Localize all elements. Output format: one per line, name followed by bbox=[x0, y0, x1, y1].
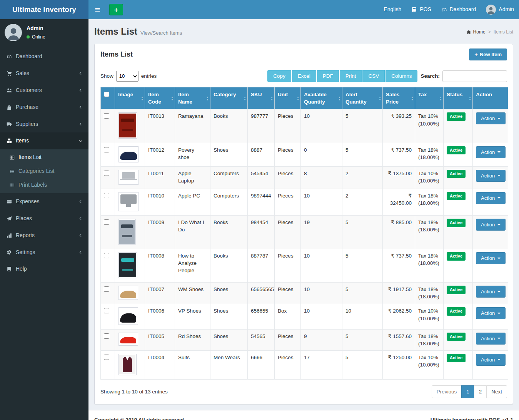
action-button[interactable]: Action bbox=[476, 112, 506, 124]
page-button-2[interactable]: 2 bbox=[474, 385, 487, 398]
tax-cell: Tax 18% (18.00%) bbox=[415, 329, 444, 350]
action-button[interactable]: Action bbox=[476, 286, 506, 298]
export-button-excel[interactable]: Excel bbox=[292, 70, 316, 82]
column-header-label: Category bbox=[214, 92, 236, 97]
action-button[interactable]: Action bbox=[476, 252, 506, 264]
column-header-label: SKU bbox=[251, 92, 262, 97]
select-all-checkbox[interactable] bbox=[104, 92, 109, 97]
user-name: Admin bbox=[27, 25, 45, 32]
row-checkbox[interactable] bbox=[104, 333, 109, 339]
column-header-label: Tax bbox=[418, 92, 427, 97]
item-image bbox=[118, 252, 137, 278]
action-button[interactable]: Action bbox=[476, 307, 506, 319]
sidebar-item-help[interactable]: Help bbox=[0, 261, 88, 278]
tax-cell: Tax 10% (10.00%) bbox=[415, 109, 444, 143]
row-checkbox[interactable] bbox=[104, 147, 109, 152]
sidebar-toggle-button[interactable] bbox=[88, 0, 106, 19]
chevron-left-icon bbox=[78, 199, 83, 204]
sidebar-subitem-categories-list[interactable]: Categories List bbox=[0, 164, 88, 178]
box-body: Show 10 entries CopyExcelPDFPrintCSVColu… bbox=[95, 65, 513, 404]
column-header-sku[interactable]: SKU▲▼ bbox=[248, 87, 275, 109]
export-button-print[interactable]: Print bbox=[340, 70, 362, 82]
row-checkbox[interactable] bbox=[104, 286, 109, 292]
action-button[interactable]: Action bbox=[476, 354, 506, 366]
action-button[interactable]: Action bbox=[476, 219, 506, 231]
category-cell: Computers bbox=[210, 166, 248, 189]
page-length-control: Show 10 entries bbox=[100, 71, 157, 82]
action-button[interactable]: Action bbox=[476, 333, 506, 345]
page-button-next[interactable]: Next bbox=[486, 385, 507, 398]
column-header-sales-price[interactable]: Sales Price▲▼ bbox=[383, 87, 415, 109]
column-header-item-name[interactable]: Item Name▲▼ bbox=[175, 87, 210, 109]
sidebar-item-dashboard[interactable]: Dashboard bbox=[0, 48, 88, 65]
help-icon bbox=[6, 266, 12, 272]
row-checkbox[interactable] bbox=[104, 171, 109, 176]
available-quantity-cell: 10 bbox=[301, 283, 342, 304]
sidebar-subitem-print-labels[interactable]: Print Labels bbox=[0, 178, 88, 192]
quick-add-button[interactable]: + bbox=[109, 4, 123, 15]
column-header-alert-quantity[interactable]: Alert Quantity▲▼ bbox=[342, 87, 383, 109]
export-button-csv[interactable]: CSV bbox=[362, 70, 385, 82]
row-checkbox[interactable] bbox=[104, 193, 109, 198]
item-image bbox=[118, 219, 136, 245]
sidebar-item-label: Settings bbox=[16, 249, 35, 256]
sidebar-item-settings[interactable]: Settings bbox=[0, 244, 88, 261]
list-icon bbox=[9, 169, 15, 174]
breadcrumb-home[interactable]: Home bbox=[466, 29, 486, 35]
action-button[interactable]: Action bbox=[476, 170, 506, 182]
sidebar-item-expenses[interactable]: Expenses bbox=[0, 193, 88, 210]
reports-icon bbox=[6, 233, 12, 238]
sidebar-item-sales[interactable]: Sales bbox=[0, 65, 88, 82]
table-row: IT0012 Povery shoe Shoes 8887 Pieces 0 5… bbox=[101, 143, 508, 166]
column-header-image[interactable]: Image▲▼ bbox=[115, 87, 145, 109]
category-cell: Shoes bbox=[210, 304, 248, 329]
row-checkbox[interactable] bbox=[104, 253, 109, 258]
sidebar-item-customers[interactable]: Customers bbox=[0, 82, 88, 99]
sidebar-item-reports[interactable]: Reports bbox=[0, 227, 88, 244]
action-button[interactable]: Action bbox=[476, 146, 506, 158]
page-length-select[interactable]: 10 bbox=[116, 71, 139, 82]
column-header-tax[interactable]: Tax▲▼ bbox=[415, 87, 444, 109]
category-cell: Shoes bbox=[210, 329, 248, 350]
column-header-status[interactable]: Status▲▼ bbox=[444, 87, 473, 109]
sort-icon: ▲▼ bbox=[469, 96, 471, 100]
sidebar-item-places[interactable]: Places bbox=[0, 210, 88, 227]
column-header-label: Item Code bbox=[148, 92, 161, 105]
sort-icon: ▲▼ bbox=[338, 96, 341, 100]
action-button[interactable]: Action bbox=[476, 192, 506, 204]
column-header-item-code[interactable]: Item Code▲▼ bbox=[145, 87, 175, 109]
search-input[interactable] bbox=[442, 70, 507, 82]
table-head-row: Image▲▼Item Code▲▼Item Name▲▼Category▲▼S… bbox=[101, 87, 508, 109]
category-cell: Shoes bbox=[210, 283, 248, 304]
navbar: + English POS Dashboard Admin bbox=[88, 0, 519, 19]
sidebar-item-suppliers[interactable]: Suppliers bbox=[0, 116, 88, 133]
row-checkbox[interactable] bbox=[104, 113, 109, 119]
nav-item-dashboard[interactable]: Dashboard bbox=[436, 0, 481, 19]
sort-icon: ▲▼ bbox=[297, 96, 299, 100]
export-button-copy[interactable]: Copy bbox=[267, 70, 291, 82]
box-title: Items List bbox=[100, 50, 133, 60]
column-header-available-quantity[interactable]: Available Quantity▲▼ bbox=[301, 87, 342, 109]
page-button-previous[interactable]: Previous bbox=[432, 385, 462, 398]
column-header-category[interactable]: Category▲▼ bbox=[210, 87, 248, 109]
row-checkbox[interactable] bbox=[104, 219, 109, 225]
copyright-text: Copyright © 2019 All rights reserved. bbox=[94, 416, 185, 420]
unit-cell: Pieces bbox=[275, 109, 301, 143]
sales-price-cell: ₹ 393.25 bbox=[383, 109, 415, 143]
sidebar-subitem-items-list[interactable]: Items List bbox=[0, 151, 88, 164]
sidebar-item-items[interactable]: Items bbox=[0, 132, 88, 149]
row-checkbox[interactable] bbox=[104, 355, 109, 360]
nav-item-english[interactable]: English bbox=[379, 0, 406, 19]
row-checkbox[interactable] bbox=[104, 308, 109, 313]
export-button-pdf[interactable]: PDF bbox=[317, 70, 339, 82]
nav-item-pos[interactable]: POS bbox=[406, 0, 436, 19]
new-item-button[interactable]: + New Item bbox=[469, 49, 507, 60]
column-header-unit[interactable]: Unit▲▼ bbox=[275, 87, 301, 109]
export-button-columns[interactable]: Columns bbox=[385, 70, 417, 82]
content-area: Items List View/Search Items Home > Item… bbox=[88, 19, 519, 420]
page-button-1[interactable]: 1 bbox=[461, 385, 474, 398]
sku-cell: 984454 bbox=[248, 216, 275, 249]
app-logo[interactable]: Ultimate Inventory bbox=[0, 0, 88, 19]
sidebar-item-purchase[interactable]: Purchase bbox=[0, 99, 88, 116]
nav-item-admin[interactable]: Admin bbox=[481, 0, 519, 19]
